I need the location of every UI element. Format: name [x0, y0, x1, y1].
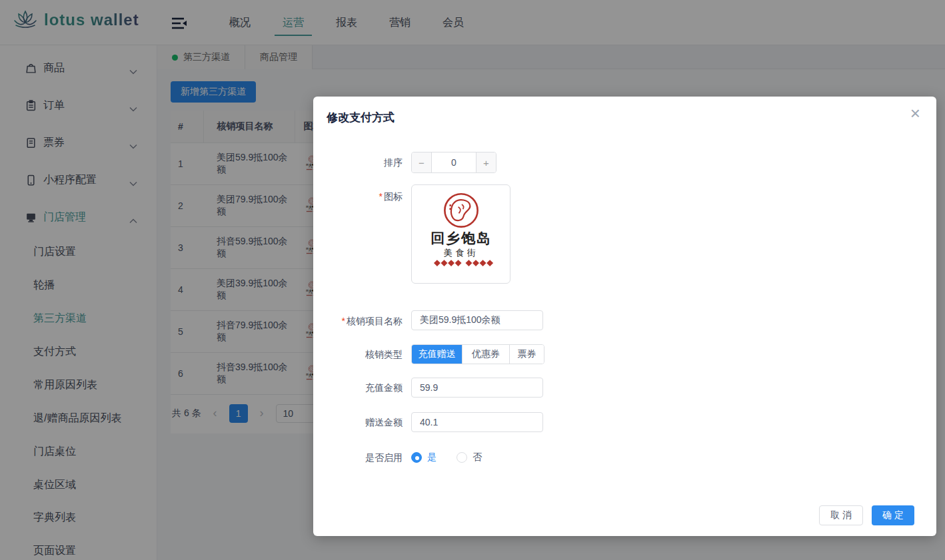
name-row: *核销项目名称 [327, 310, 543, 332]
cancel-button[interactable]: 取 消 [819, 505, 863, 525]
icon-upload-box[interactable] [411, 184, 510, 284]
app-screen: lotus wallet 概况 运营 报表 营销 会员 商品 [0, 0, 945, 560]
type-option-recharge-gift[interactable]: 充值赠送 [412, 345, 463, 364]
enabled-option-yes[interactable]: 是 [411, 451, 437, 463]
icon-row: *图标 [327, 184, 510, 284]
gift-amount-input[interactable] [411, 412, 543, 432]
name-label: *核销项目名称 [327, 310, 411, 332]
enabled-label: 是否启用 [327, 447, 411, 468]
type-row: 核销类型 充值赠送 优惠券 票券 [327, 344, 544, 364]
edit-payment-method-modal: 修改支付方式 × 排序 − 0 + *图标 *核销项目名称 [313, 97, 936, 536]
name-input[interactable] [411, 310, 543, 330]
modal-footer: 取 消 确 定 [819, 505, 914, 525]
stepper-minus-icon[interactable]: − [412, 152, 432, 172]
sort-label: 排序 [327, 152, 411, 173]
confirm-button[interactable]: 确 定 [872, 505, 914, 525]
type-option-ticket[interactable]: 票券 [510, 345, 544, 364]
radio-label: 是 [427, 451, 437, 463]
enabled-radio-group: 是 否 [411, 447, 482, 468]
required-asterisk: * [379, 191, 383, 202]
recharge-amount-row: 充值金额 [327, 378, 543, 398]
gift-amount-label: 赠送金额 [327, 412, 411, 432]
gift-amount-row: 赠送金额 [327, 412, 543, 432]
merchant-seal-logo [417, 190, 505, 278]
enabled-option-no[interactable]: 否 [457, 451, 482, 463]
sort-stepper: − 0 + [411, 152, 496, 173]
stepper-plus-icon[interactable]: + [476, 152, 496, 172]
type-label: 核销类型 [327, 344, 411, 364]
enabled-row: 是否启用 是 否 [327, 447, 482, 468]
sort-value[interactable]: 0 [432, 152, 476, 172]
radio-label: 否 [472, 451, 482, 463]
radio-unchecked-icon [457, 452, 467, 463]
type-segmented-control: 充值赠送 优惠券 票券 [411, 344, 544, 364]
recharge-amount-input[interactable] [411, 378, 543, 398]
recharge-amount-label: 充值金额 [327, 378, 411, 398]
required-asterisk: * [342, 316, 345, 326]
radio-checked-icon [411, 452, 422, 463]
icon-label: *图标 [327, 184, 411, 284]
sort-row: 排序 − 0 + [327, 152, 496, 173]
type-option-coupon[interactable]: 优惠券 [463, 345, 510, 364]
modal-title: 修改支付方式 [327, 110, 395, 125]
close-icon[interactable]: × [910, 105, 920, 122]
